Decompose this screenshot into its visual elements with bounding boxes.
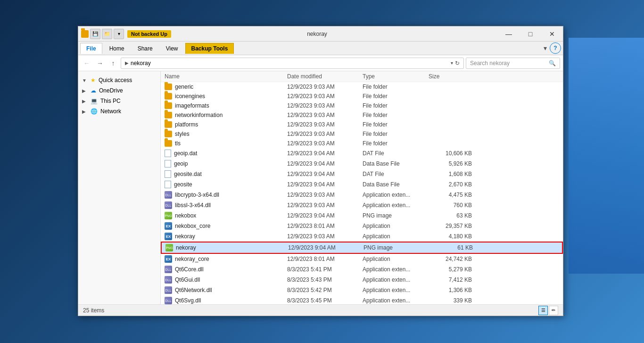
tab-share[interactable]: Share [132, 43, 159, 54]
tab-view[interactable]: View [160, 43, 184, 54]
this-pc-chevron: ▶ [82, 99, 88, 104]
sidebar-item-onedrive[interactable]: ▶ ☁ OneDrive [78, 85, 160, 96]
forward-button[interactable]: → [94, 58, 106, 69]
file-name-text: tls [175, 140, 181, 147]
window-title: nekoray [136, 31, 498, 37]
file-name-cell: geoip.dat [165, 150, 287, 157]
file-size-cell: 29,357 KB [429, 223, 476, 229]
table-row[interactable]: DLL Qt6Gui.dll 8/3/2023 5:43 PM Applicat… [161, 275, 563, 285]
file-name-cell: geosite.dat [165, 170, 287, 178]
table-row[interactable]: DLL Qt6Svg.dll 8/3/2023 5:45 PM Applicat… [161, 295, 563, 304]
quick-access-btn-2[interactable]: 📁 [102, 29, 112, 39]
table-row[interactable]: geosite.dat 12/9/2023 9:04 AM DAT File 1… [161, 169, 563, 179]
table-row[interactable]: DLL libssl-3-x64.dll 12/9/2023 9:03 AM A… [161, 200, 563, 210]
table-row[interactable]: networkinformation 12/9/2023 9:03 AM Fil… [161, 110, 563, 120]
dll-icon: DLL [165, 201, 172, 209]
file-type-cell: PNG image [363, 244, 429, 251]
file-name-cell: PNG nekoray [165, 244, 288, 251]
table-row[interactable]: iconengines 12/9/2023 9:03 AM File folde… [161, 92, 563, 101]
column-name[interactable]: Name [165, 73, 287, 80]
search-box[interactable]: Search nekoray 🔍 [466, 58, 560, 69]
maximize-button[interactable]: □ [520, 26, 541, 42]
help-button[interactable]: ? [550, 42, 561, 54]
file-size-cell: 10,606 KB [429, 150, 476, 157]
table-row[interactable]: tls 12/9/2023 9:03 AM File folder [161, 139, 563, 148]
table-row[interactable]: PNG nekoray 12/9/2023 9:04 AM PNG image … [161, 242, 563, 254]
quick-access-btn-1[interactable]: 💾 [90, 29, 100, 39]
file-date-cell: 8/3/2023 5:43 PM [287, 276, 363, 283]
address-path[interactable]: ▶ nekoray ▾ ↻ [121, 58, 464, 69]
table-row[interactable]: geoip.dat 12/9/2023 9:04 AM DAT File 10,… [161, 148, 563, 159]
table-row[interactable]: EX nekoray_core 12/9/2023 8:01 AM Applic… [161, 254, 563, 264]
quick-access-chevron: ▼ [82, 78, 88, 83]
file-type-cell: Application exten... [363, 297, 429, 304]
file-size-cell: 1,306 KB [429, 287, 476, 293]
exe-icon: EX [165, 233, 172, 240]
table-row[interactable]: geoip 12/9/2023 9:04 AM Data Base File 5… [161, 159, 563, 169]
file-name-cell: tls [165, 140, 287, 147]
table-row[interactable]: PNG nekobox 12/9/2023 9:04 AM PNG image … [161, 210, 563, 221]
file-name-text: networkinformation [175, 112, 223, 118]
desktop: 💾 📁 ▾ Not backed Up nekoray — □ ✕ File H… [0, 0, 644, 343]
table-row[interactable]: imageformats 12/9/2023 9:03 AM File fold… [161, 101, 563, 110]
sidebar-item-network[interactable]: ▶ 🌐 Network [78, 106, 160, 117]
large-icons-view-button[interactable]: ✏ [549, 306, 558, 315]
file-type-cell: Application exten... [363, 202, 429, 209]
table-row[interactable]: DLL libcrypto-3-x64.dll 12/9/2023 9:03 A… [161, 190, 563, 200]
table-row[interactable]: DLL Qt6Network.dll 8/3/2023 5:42 PM Appl… [161, 285, 563, 295]
file-name-text: nekoray [175, 233, 195, 240]
table-row[interactable]: DLL Qt6Core.dll 8/3/2023 5:41 PM Applica… [161, 264, 563, 275]
sidebar-item-quick-access[interactable]: ▼ ★ Quick access [78, 75, 160, 85]
table-row[interactable]: EX nekobox_core 12/9/2023 8:01 AM Applic… [161, 221, 563, 231]
minimize-button[interactable]: — [498, 26, 520, 42]
table-row[interactable]: generic 12/9/2023 9:03 AM File folder [161, 82, 563, 92]
column-size[interactable]: Size [429, 73, 476, 80]
file-size-cell: 61 KB [429, 244, 477, 251]
refresh-icon[interactable]: ↻ [455, 60, 460, 67]
file-name-text: nekobox [175, 212, 196, 219]
details-view-button[interactable]: ☰ [538, 306, 548, 315]
ribbon: File Home Share View Backup Tools ▾ ? [78, 42, 563, 55]
file-date-cell: 12/9/2023 9:04 AM [288, 244, 363, 251]
file-list-header: Name Date modified Type Size [161, 71, 563, 82]
table-row[interactable]: EX nekoray 12/9/2023 9:03 AM Application… [161, 231, 563, 242]
file-name-cell: geosite [165, 181, 287, 188]
sidebar-item-this-pc[interactable]: ▶ 💻 This PC [78, 96, 160, 106]
file-type-cell: File folder [363, 112, 429, 118]
exe-icon: EX [165, 255, 172, 263]
table-row[interactable]: geosite 12/9/2023 9:04 AM Data Base File… [161, 179, 563, 190]
table-row[interactable]: styles 12/9/2023 9:03 AM File folder [161, 129, 563, 139]
file-type-cell: File folder [363, 121, 429, 128]
file-name-text: geosite.dat [174, 171, 202, 177]
address-dropdown-arrow[interactable]: ▾ [451, 60, 453, 66]
column-type[interactable]: Type [363, 73, 429, 80]
folder-icon [81, 30, 89, 38]
back-button[interactable]: ← [81, 58, 92, 69]
close-button[interactable]: ✕ [541, 26, 563, 42]
column-date[interactable]: Date modified [287, 73, 363, 80]
ribbon-expand-icon[interactable]: ▾ [544, 44, 547, 52]
file-size-cell: 63 KB [429, 212, 476, 219]
file-name-text: Qt6Core.dll [175, 266, 204, 273]
folder-icon [165, 121, 172, 128]
file-name-cell: PNG nekobox [165, 212, 287, 219]
file-size-cell: 5,926 KB [429, 160, 476, 167]
table-row[interactable]: platforms 12/9/2023 9:03 AM File folder [161, 120, 563, 129]
file-name-text: libssl-3-x64.dll [175, 202, 211, 209]
png-icon: PNG [165, 244, 173, 251]
file-name-cell: platforms [165, 121, 287, 128]
item-count: 25 items [83, 307, 104, 314]
file-date-cell: 12/9/2023 9:03 AM [287, 84, 363, 90]
file-name-text: geoip [174, 160, 188, 167]
tab-home[interactable]: Home [103, 43, 131, 54]
file-type-cell: Application [363, 256, 429, 262]
tab-backup-tools[interactable]: Backup Tools [185, 43, 234, 54]
this-pc-icon: 💻 [91, 98, 98, 104]
file-type-cell: Application exten... [363, 192, 429, 198]
quick-access-dropdown[interactable]: ▾ [114, 29, 124, 39]
tab-file[interactable]: File [80, 43, 102, 54]
up-button[interactable]: ↑ [107, 58, 119, 69]
sidebar: ▼ ★ Quick access ▶ ☁ OneDrive ▶ 💻 This P… [78, 71, 161, 304]
file-size-cell: 24,742 KB [429, 256, 476, 262]
file-date-cell: 12/9/2023 9:04 AM [287, 181, 363, 188]
